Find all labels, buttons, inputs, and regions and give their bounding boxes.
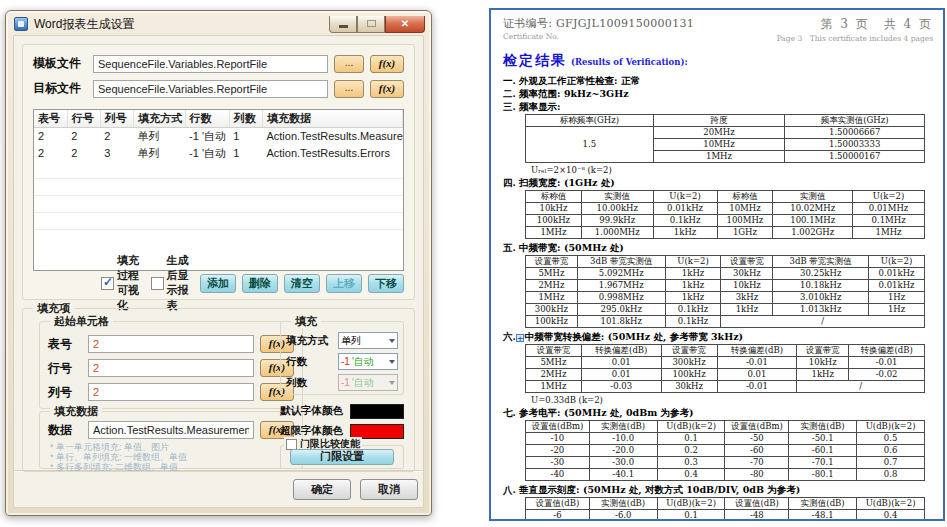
table-cell: 0.1kHz xyxy=(665,304,721,316)
fill-items-listview: 表号行号列号填充方式行数列数填充数据222单列-1 '自动1Action.Tes… xyxy=(33,109,404,271)
template-browse-button[interactable]: ... xyxy=(334,55,364,73)
table-cell: 100.1MHz xyxy=(773,215,853,227)
table-cell: 2 xyxy=(100,128,133,145)
table-cell: 1Hz xyxy=(869,292,925,304)
column-header[interactable]: 表号 xyxy=(34,110,67,128)
title-bar[interactable]: Word报表生成设置 xyxy=(6,11,431,35)
table-row: -6-6.00.1-48-48.10.4 xyxy=(526,510,925,522)
column-header: 设置带宽 xyxy=(797,345,849,357)
table-cell: 5.092MHz xyxy=(577,268,665,280)
target-fx-button[interactable]: f(x) xyxy=(370,80,404,98)
column-header: 实测值(dB) xyxy=(589,498,657,510)
table-row[interactable]: 223单列-1 '自动1Action.TestResults.Errors xyxy=(34,145,403,162)
column-header[interactable]: 行数 xyxy=(185,110,229,128)
table-cell: 1.013kHz xyxy=(773,304,869,316)
table-row: 2MHz1.967MHz1kHz10kHz10.18kHz0.01kHz xyxy=(526,280,925,292)
column-header: 设置值(dB) xyxy=(526,498,590,510)
table-cell: 2 xyxy=(34,128,67,145)
template-fx-button[interactable]: f(x) xyxy=(370,55,404,73)
col-count-auto: '自动 xyxy=(352,376,374,390)
col-no-input[interactable] xyxy=(88,383,254,401)
if-bandwidth-table: 设置带宽3dB 带宽实测值U(k=2)设置带宽3dB 带宽实测值U(k=2)5M… xyxy=(525,255,925,328)
row-count-select[interactable]: -1 '自动 xyxy=(338,353,398,370)
table-cell: 30.25kHz xyxy=(773,268,869,280)
table-cell: 0.2 xyxy=(657,445,725,457)
fill-data-group: 填充数据 数据 f(x) * 单一单元格填充: 单值、图片 * 单行、单列填充:… xyxy=(39,411,303,469)
show-after-checkbox-group[interactable]: 生成后显示报表 xyxy=(151,253,191,313)
header-row: 标称值实测值U(k=2)标称值实测值U(k=2) xyxy=(526,191,925,203)
table-cell: 0.01 xyxy=(581,369,661,381)
table-cell: 2 xyxy=(67,145,100,162)
font-color-settings: 默认字体颜色 超限字体颜色 xyxy=(280,401,404,441)
vertical-scale-table: 设置值(dB)实测值(dB)U(dB)(k=2)设置值(dB)实测值(dB)U(… xyxy=(525,497,925,521)
certificate-page: 证书编号: GFJGJL1009150000131 Certificate No… xyxy=(489,8,945,521)
table-row[interactable]: 222单列-1 '自动1Action.TestResults.Measureme… xyxy=(34,128,403,145)
column-header[interactable]: 行号 xyxy=(67,110,100,128)
section-ref-level: 七. 参考电平: (50MHz 处, 0dBm 为参考) xyxy=(503,406,933,419)
table-cell: 1kHz xyxy=(665,280,721,292)
data-input[interactable] xyxy=(88,421,254,439)
show-after-checkbox[interactable] xyxy=(151,277,164,290)
table-cell: 0.1kHz xyxy=(653,215,717,227)
fill-method-select[interactable]: 单列 xyxy=(338,332,398,349)
visualize-checkbox-group[interactable]: 填充过程可视化 xyxy=(101,253,141,313)
page-number-cn: 第 3 页 共 4 页 xyxy=(777,16,933,33)
visualize-checkbox[interactable] xyxy=(101,277,114,290)
column-header: 实测值(dB) xyxy=(789,421,857,433)
fill-method-value: 单列 xyxy=(341,334,361,348)
frequency-display-table: 标称频率(GHz)跨度频率实测值(GHz)1.520MHz1.500066671… xyxy=(525,114,925,163)
column-header: U(dB)(k=2) xyxy=(657,421,725,433)
row-no-input[interactable] xyxy=(88,359,254,377)
table-cell: -0.01 xyxy=(849,357,925,369)
section-if-bandwidth: 五. 中频带宽: (50MHz 处) xyxy=(503,241,933,254)
template-file-input[interactable] xyxy=(93,55,328,73)
table-cell: 99.9kHz xyxy=(581,215,653,227)
table-cell: -60 xyxy=(725,445,789,457)
move-up-button[interactable]: 上移 xyxy=(326,274,362,293)
threshold-settings-button[interactable]: 门限设置 xyxy=(290,449,394,465)
table-cell: 10kHz xyxy=(526,203,582,215)
table-cell: 10.00kHz xyxy=(581,203,653,215)
close-button[interactable] xyxy=(385,16,425,33)
table-cell: 0.01 xyxy=(581,357,661,369)
table-cell: 30kHz xyxy=(721,268,773,280)
table-cell: 300kHz xyxy=(526,304,578,316)
table-row: 1MHz0.998MHz1kHz3kHz3.010kHz1Hz xyxy=(526,292,925,304)
column-header: 设置值(dB) xyxy=(725,498,789,510)
delete-button[interactable]: 删除 xyxy=(242,274,278,293)
default-color-swatch[interactable] xyxy=(350,404,404,419)
column-header: 设置值(dBm) xyxy=(725,421,789,433)
table-cell: -1 '自动 xyxy=(185,145,229,162)
clear-button[interactable]: 清空 xyxy=(284,274,320,293)
move-down-button[interactable]: 下移 xyxy=(368,274,404,293)
row-count-auto: '自动 xyxy=(352,355,374,369)
table-cell: -0.01 xyxy=(717,381,797,393)
col-count-label: 列数 xyxy=(286,376,334,390)
table-cell: 10kHz xyxy=(721,280,773,292)
table-cell: 1kHz xyxy=(721,304,773,316)
column-header[interactable]: 列号 xyxy=(100,110,133,128)
table-cell: 2 xyxy=(34,145,67,162)
column-header[interactable]: 列数 xyxy=(229,110,262,128)
table-row: 300kHz295.0kHz0.1kHz1kHz1.013kHz1Hz xyxy=(526,304,925,316)
table-cell: 0.6 xyxy=(857,445,925,457)
cancel-button[interactable]: 取消 xyxy=(360,479,418,500)
target-file-input[interactable] xyxy=(93,80,328,98)
table-cell: -80 xyxy=(725,469,789,481)
table-cell: -50.1 xyxy=(789,433,857,445)
column-header: 设置带宽 xyxy=(526,345,582,357)
add-button[interactable]: 添加 xyxy=(200,274,236,293)
column-header[interactable]: 填充数据 xyxy=(262,110,402,128)
table-cell: 1MHz xyxy=(853,227,925,239)
column-header: U(dB)(k=2) xyxy=(857,498,925,510)
table-no-input[interactable] xyxy=(88,335,254,353)
minimize-button[interactable] xyxy=(329,16,357,33)
threshold-enable-checkbox[interactable] xyxy=(286,439,297,450)
table-cell: 0.3 xyxy=(657,457,725,469)
target-browse-button[interactable]: ... xyxy=(334,80,364,98)
ok-button[interactable]: 确定 xyxy=(293,479,351,500)
table-row: -10-10.00.1-50-50.10.5 xyxy=(526,433,925,445)
maximize-button[interactable] xyxy=(357,16,385,33)
column-header[interactable]: 填充方式 xyxy=(133,110,185,128)
chevron-down-icon xyxy=(389,381,395,385)
